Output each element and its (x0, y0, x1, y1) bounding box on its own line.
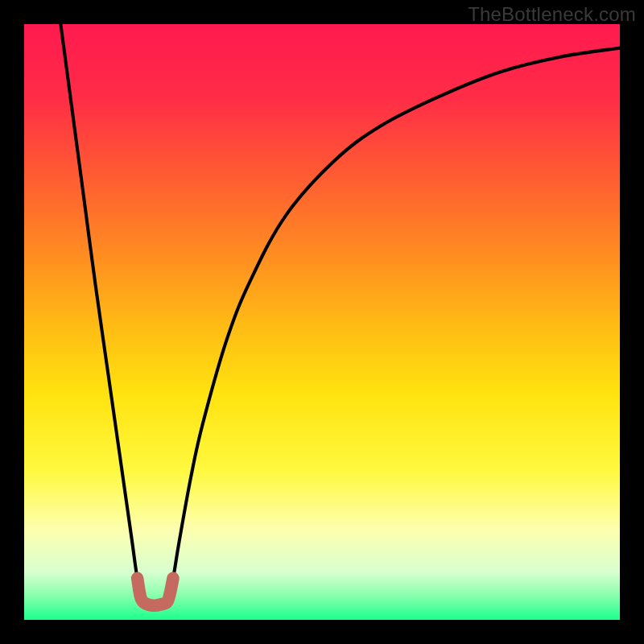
watermark-text: TheBottleneck.com (468, 3, 636, 26)
chart-container: TheBottleneck.com (0, 0, 644, 644)
gradient-background (24, 24, 620, 620)
bottleneck-curve-chart (24, 24, 620, 620)
